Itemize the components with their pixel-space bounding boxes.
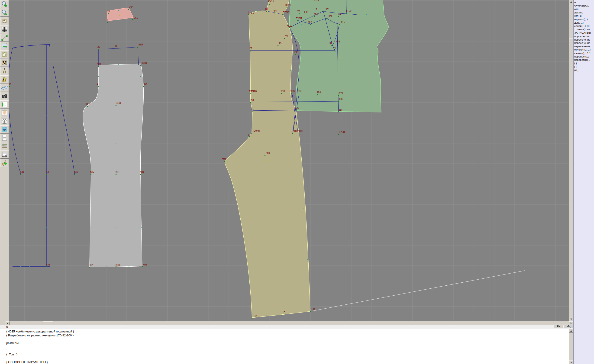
pattern-point[interactable] <box>326 18 327 19</box>
command-item[interactable]: т.=точка(т.х, <box>574 4 594 8</box>
reference-books-icon[interactable] <box>0 142 9 150</box>
pattern-point[interactable] <box>224 161 225 162</box>
pattern-point[interactable] <box>289 27 290 28</box>
size-table-icon[interactable] <box>0 100 9 108</box>
program-editor[interactable]: { 4035 Комбинезон с декоративной горлови… <box>0 329 569 364</box>
zoom-in-icon[interactable] <box>0 0 9 8</box>
pattern-point[interactable] <box>269 4 270 5</box>
command-item[interactable]: поворот(())... <box>574 58 594 62</box>
pattern-point[interactable] <box>281 93 282 94</box>
pattern-point[interactable] <box>338 134 339 135</box>
pattern-point[interactable] <box>338 16 339 17</box>
command-item[interactable]: рз_ <box>574 68 594 72</box>
command-item[interactable]: отрезок( , ); <box>574 18 594 21</box>
command-item[interactable]: :=метка(точк <box>574 28 594 31</box>
pattern-point[interactable] <box>277 45 278 46</box>
pattern-point[interactable] <box>115 105 116 106</box>
canvas-horizontal-scrollbar[interactable] <box>6 321 573 325</box>
pattern-point[interactable] <box>292 133 293 134</box>
pattern-point[interactable] <box>338 95 339 96</box>
pattern-point[interactable] <box>250 102 251 103</box>
pattern-point[interactable] <box>282 315 282 316</box>
pattern-point[interactable] <box>287 7 288 8</box>
graphics-icon[interactable]: G <box>0 75 9 83</box>
pattern-point[interactable] <box>275 13 275 13</box>
clear-icon[interactable] <box>0 159 9 167</box>
pattern-point[interactable] <box>284 38 285 39</box>
pattern-piece-bodice-back[interactable] <box>289 0 389 112</box>
pattern-point[interactable] <box>9 86 10 87</box>
model-photo-icon[interactable] <box>0 109 9 117</box>
command-item[interactable]: отл <box>574 7 594 11</box>
h-scroll-thumb[interactable] <box>43 321 53 325</box>
3d-view-icon[interactable]: 3D <box>0 126 9 133</box>
pattern-point[interactable] <box>98 66 99 67</box>
ruler-icon[interactable] <box>0 84 9 92</box>
editor-line[interactable]: { ОСНОВНЫЕ ПАРАМЕТРЫ } <box>6 360 569 364</box>
pattern-point[interactable] <box>140 65 141 66</box>
pattern-point[interactable] <box>143 86 144 87</box>
pattern-point[interactable] <box>115 266 116 267</box>
measurements-icon[interactable]: M <box>0 59 9 67</box>
pattern-point[interactable] <box>142 266 143 267</box>
pattern-point[interactable] <box>140 174 141 175</box>
editor-scroll-thumb[interactable] <box>569 333 573 337</box>
command-item[interactable]: пересечение <box>574 45 594 48</box>
pattern-point[interactable] <box>89 267 90 268</box>
pattern-piece-jumpsuit-front[interactable] <box>225 11 310 318</box>
pattern-point[interactable] <box>338 101 339 102</box>
pattern-point[interactable] <box>310 24 311 25</box>
grid-icon[interactable] <box>0 25 9 33</box>
pattern-piece-trouser-back[interactable] <box>9 45 75 267</box>
pattern-point[interactable] <box>137 47 138 48</box>
pattern-point[interactable] <box>252 111 253 112</box>
pattern-point[interactable] <box>317 94 318 95</box>
pattern-point[interactable] <box>98 86 99 87</box>
pattern-point[interactable] <box>310 311 311 312</box>
segment-icon[interactable] <box>0 34 9 42</box>
pattern-point[interactable] <box>98 49 99 50</box>
scroll-down-icon[interactable] <box>569 317 573 321</box>
algorithm-icon[interactable]: ALG <box>0 151 9 159</box>
pattern-point[interactable] <box>282 14 283 15</box>
pattern-point[interactable] <box>335 51 336 52</box>
command-item[interactable]: пересечение <box>574 38 594 41</box>
command-item[interactable]: { } <box>574 62 594 65</box>
pattern-point[interactable] <box>74 174 75 175</box>
pattern-point[interactable] <box>87 106 88 107</box>
pattern-point[interactable] <box>115 48 116 49</box>
drafting-tools-icon[interactable] <box>0 67 9 75</box>
pattern-point[interactable] <box>291 93 292 94</box>
pattern-point[interactable] <box>90 174 91 175</box>
command-item[interactable]: сжать((),..,1.1 <box>574 52 594 55</box>
editor-line[interactable] <box>6 357 569 361</box>
pattern-point[interactable] <box>251 133 252 133</box>
pattern-piece-trouser-front[interactable] <box>83 64 144 267</box>
pattern-point[interactable] <box>46 266 47 267</box>
command-item[interactable]: перенос((),от <box>574 55 594 59</box>
command-item[interactable]: отл_В <box>574 14 594 18</box>
pattern-point[interactable] <box>314 16 315 17</box>
pattern-point[interactable] <box>107 22 108 23</box>
pattern-point[interactable] <box>248 14 249 15</box>
pattern-point[interactable] <box>299 13 300 14</box>
pattern-point[interactable] <box>250 51 251 52</box>
pattern-point[interactable] <box>132 19 133 20</box>
command-item[interactable]: сплайн_к[10] <box>574 24 594 28</box>
command-panel[interactable]: =т.=точка(т.х,отллекалоотл_Вотрезок( , )… <box>573 0 594 364</box>
image-icon[interactable] <box>0 42 9 50</box>
pattern-point[interactable] <box>297 20 298 21</box>
drawing-canvas[interactable]: С1СТ2СТ1СБ3КЗ1КЗКЗ2НЗЗВЖПВБПВЖ1ВБП1ЖБПНН… <box>9 0 569 321</box>
editor-line[interactable]: { Разработано на размер женщины 170-92-1… <box>6 334 569 338</box>
command-item[interactable]: отложить(,...); <box>574 48 594 52</box>
pattern-point[interactable] <box>128 9 129 10</box>
scroll-left-icon[interactable] <box>6 321 9 325</box>
hem-extension-line[interactable] <box>310 271 525 311</box>
pattern-piece-icon[interactable] <box>0 50 9 59</box>
pattern-point[interactable] <box>20 174 21 175</box>
pattern-point[interactable] <box>264 155 265 156</box>
pattern-piece-collar-stand[interactable] <box>107 8 133 21</box>
command-item[interactable]: лекало <box>574 11 594 14</box>
editor-line[interactable]: { Топ } <box>6 353 569 357</box>
command-item[interactable]: пересечение <box>574 41 594 45</box>
